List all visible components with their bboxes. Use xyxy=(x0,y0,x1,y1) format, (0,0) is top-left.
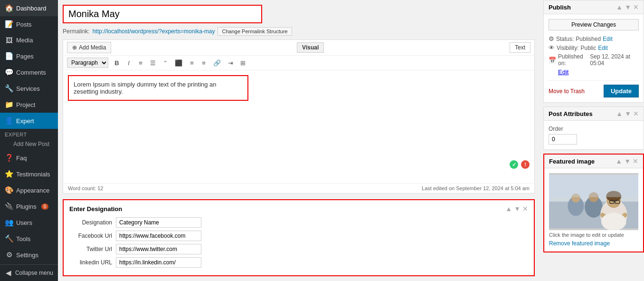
sidebar-item-settings[interactable]: ⚙ Settings xyxy=(0,247,58,263)
tab-text[interactable]: Text xyxy=(510,42,530,53)
link-button[interactable]: 🔗 xyxy=(210,58,224,68)
designation-input-1[interactable] xyxy=(116,231,201,241)
sidebar-item-label: Appearance xyxy=(16,187,49,194)
add-media-button[interactable]: ⊕ Add Media xyxy=(67,42,111,53)
close-icon[interactable]: ✕ xyxy=(633,3,639,11)
designation-input-0[interactable] xyxy=(116,217,201,228)
align-left-button[interactable]: ⬛ xyxy=(172,58,185,68)
change-permalink-btn[interactable]: Change Permalink Structure xyxy=(218,27,292,36)
sidebar-item-posts[interactable]: 📝 Posts xyxy=(0,16,58,32)
sidebar-item-label: Media xyxy=(16,37,33,44)
green-action-icon[interactable]: ✓ xyxy=(510,160,518,169)
appearance-icon: 🎨 xyxy=(5,186,13,194)
sidebar: 🏠 Dashboard 📝 Posts 🖼 Media 📄 Pages 💬 Co… xyxy=(0,0,58,281)
visibility-icon: 👁 xyxy=(549,44,555,51)
sidebar-item-plugins[interactable]: 🔌 Plugins 6 xyxy=(0,198,58,214)
red-action-icon[interactable]: ! xyxy=(521,160,530,169)
tab-visual[interactable]: Visual xyxy=(297,42,324,53)
chevron-up-icon[interactable]: ▲ xyxy=(505,205,512,213)
sidebar-item-media[interactable]: 🖼 Media xyxy=(0,32,58,48)
status-icon: ⚙ xyxy=(549,35,554,42)
sidebar-sub-add-new-post[interactable]: Add New Post xyxy=(0,138,58,150)
featured-image-svg xyxy=(549,173,638,230)
sidebar-item-label: Plugins xyxy=(16,203,37,210)
collapse-label: Collapse menu xyxy=(15,270,53,276)
remove-featured-image-link[interactable]: Remove featured image xyxy=(549,240,610,247)
sidebar-item-dashboard[interactable]: 🏠 Dashboard xyxy=(0,0,58,16)
featured-image-thumbnail[interactable] xyxy=(549,173,638,230)
unordered-list-button[interactable]: ☰ xyxy=(147,58,159,68)
plugins-icon: 🔌 xyxy=(5,202,13,211)
sidebar-item-label: Services xyxy=(16,85,40,92)
chevron-down-icon[interactable]: ▼ xyxy=(625,110,631,117)
word-count: Word count: 12 xyxy=(68,185,103,191)
blockquote-button[interactable]: " xyxy=(160,58,170,68)
sidebar-item-label: Pages xyxy=(16,53,34,60)
sidebar-item-services[interactable]: 🔧 Services xyxy=(0,80,58,97)
sidebar-item-faq[interactable]: ❓ Faq xyxy=(0,150,58,166)
plugins-badge: 6 xyxy=(41,203,49,210)
table-button[interactable]: ⊞ xyxy=(237,58,248,68)
post-attributes-controls[interactable]: ▲ ▼ ✕ xyxy=(616,110,639,117)
chevron-down-icon[interactable]: ▼ xyxy=(514,205,521,213)
designation-controls[interactable]: ▲ ▼ ✕ xyxy=(505,205,528,213)
bold-button[interactable]: B xyxy=(112,58,122,68)
close-icon[interactable]: ✕ xyxy=(633,110,639,117)
testimonials-icon: ⭐ xyxy=(5,170,13,178)
publish-box-header: Publish ▲ ▼ ✕ xyxy=(544,0,644,14)
chevron-up-icon[interactable]: ▲ xyxy=(616,157,622,165)
publish-controls[interactable]: ▲ ▼ ✕ xyxy=(616,3,639,11)
status-edit-link[interactable]: Edit xyxy=(603,36,613,42)
sidebar-item-label: Expert xyxy=(16,117,34,125)
indent-button[interactable]: ⇥ xyxy=(225,58,236,68)
align-right-button[interactable]: ≡ xyxy=(199,58,209,68)
close-icon[interactable]: ✕ xyxy=(633,157,638,165)
close-icon[interactable]: ✕ xyxy=(522,205,528,213)
chevron-up-icon[interactable]: ▲ xyxy=(616,110,623,117)
published-edit-link[interactable]: Edit xyxy=(558,68,568,76)
designation-input-2[interactable] xyxy=(116,244,201,254)
permalink-label: Permalink: xyxy=(63,28,90,35)
italic-button[interactable]: I xyxy=(123,58,134,68)
visibility-value: Public xyxy=(580,45,596,51)
editor-toolbar-top: ⊕ Add Media Visual Text xyxy=(63,40,534,56)
sidebar-item-label: Testimonials xyxy=(16,171,50,178)
preview-changes-button[interactable]: Preview Changes xyxy=(549,19,639,30)
sidebar-item-testimonials[interactable]: ⭐ Testimonials xyxy=(0,166,58,182)
media-icon: 🖼 xyxy=(5,36,13,44)
editor-footer: Word count: 12 Last edited on September … xyxy=(63,183,534,193)
faq-icon: ❓ xyxy=(5,154,13,162)
post-title-input[interactable] xyxy=(63,5,262,23)
sidebar-item-pages[interactable]: 📄 Pages xyxy=(0,48,58,64)
chevron-up-icon[interactable]: ▲ xyxy=(616,3,623,11)
sidebar-item-tools[interactable]: 🔨 Tools xyxy=(0,231,58,247)
visibility-edit-link[interactable]: Edit xyxy=(598,45,608,51)
designation-input-3[interactable] xyxy=(116,257,201,268)
sidebar-item-comments[interactable]: 💬 Comments xyxy=(0,64,58,80)
ordered-list-button[interactable]: ≡ xyxy=(135,58,146,68)
featured-image-body: Click the image to edit or update Remove… xyxy=(544,168,643,252)
sidebar-item-expert[interactable]: 👤 Expert xyxy=(0,113,58,129)
visibility-label: Visibility: xyxy=(557,45,578,51)
editor-content[interactable]: Lorem Ipsum is simply dummy text of the … xyxy=(63,70,534,183)
sidebar-collapse-menu[interactable]: ◀ Collapse menu xyxy=(0,264,58,281)
status-label: Status: xyxy=(556,36,574,42)
update-button[interactable]: Update xyxy=(604,85,639,97)
featured-image-controls[interactable]: ▲ ▼ ✕ xyxy=(616,157,638,165)
right-panel: Publish ▲ ▼ ✕ Preview Changes ⚙ Status: … xyxy=(540,0,644,281)
publish-box-body: Preview Changes ⚙ Status: Published Edit… xyxy=(544,14,644,102)
align-center-button[interactable]: ≡ xyxy=(187,58,197,68)
chevron-down-icon[interactable]: ▼ xyxy=(624,157,631,165)
sidebar-item-label: Tools xyxy=(16,235,30,242)
order-input[interactable] xyxy=(549,134,577,145)
tools-icon: 🔨 xyxy=(5,234,13,243)
editor-body-text: Lorem Ipsum is simply dummy text of the … xyxy=(74,81,217,95)
sidebar-item-project[interactable]: 📁 Project xyxy=(0,97,58,113)
chevron-down-icon[interactable]: ▼ xyxy=(625,3,631,11)
paragraph-select[interactable]: Paragraph xyxy=(67,58,108,68)
sidebar-item-appearance[interactable]: 🎨 Appearance xyxy=(0,182,58,198)
post-attributes-body: Order xyxy=(544,121,644,149)
sidebar-item-users[interactable]: 👥 Users xyxy=(0,214,58,231)
permalink-link[interactable]: http://localhost/wordpress/?experts=moni… xyxy=(93,28,215,35)
move-to-trash-link[interactable]: Move to Trash xyxy=(549,88,585,95)
